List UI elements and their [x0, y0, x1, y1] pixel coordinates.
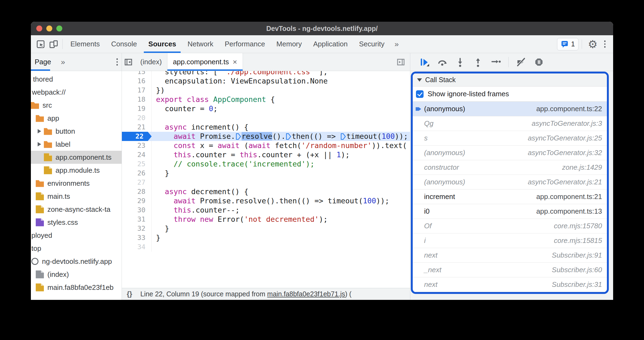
tree-item-label: top [31, 244, 41, 253]
panel-tab-console[interactable]: Console [105, 35, 142, 53]
line-number-gutter[interactable]: 34 [122, 242, 152, 252]
pretty-print-icon[interactable]: {} [127, 290, 132, 298]
navigator-more-tabs-chevron[interactable]: » [57, 53, 70, 71]
navigator-tab-page[interactable]: Page [31, 53, 57, 71]
tree-item-main-fa8bfa0e23f1eb[interactable]: main.fa8bfa0e23f1eb [31, 281, 122, 294]
line-number-gutter[interactable]: 19 [122, 104, 152, 113]
stack-frame-qg-1[interactable]: QgasyncToGenerator.js:3 [413, 116, 607, 131]
frame-function-name: next [424, 280, 437, 289]
settings-gear-icon[interactable]: ⚙ [585, 39, 600, 50]
line-number-gutter[interactable]: 32 [122, 224, 152, 233]
stack-frame-anonymous-0[interactable]: (anonymous)app.component.ts:22 [413, 102, 607, 116]
line-number-gutter[interactable]: 17 [122, 86, 152, 95]
tree-item-main-ts[interactable]: main.ts [31, 190, 122, 203]
line-number-gutter[interactable]: 30 [122, 206, 152, 215]
async-hop-icon[interactable] [236, 133, 241, 140]
ignore-listed-checkbox[interactable] [416, 90, 424, 98]
line-number-gutter[interactable]: 23 [122, 141, 152, 150]
line-number-gutter[interactable]: 31 [122, 215, 152, 224]
async-hop-icon[interactable] [286, 133, 291, 140]
expander-icon[interactable] [38, 129, 41, 133]
tree-item-top[interactable]: top [31, 242, 122, 255]
console-messages-button[interactable]: 1 [557, 38, 578, 50]
code-text: export class AppComponent { [152, 95, 410, 104]
tree-item-label[interactable]: label [31, 138, 122, 151]
panel-tabs: ElementsConsoleSourcesNetworkPerformance… [65, 35, 390, 53]
line-number-gutter[interactable]: 33 [122, 233, 152, 242]
panel-tab-application[interactable]: Application [308, 35, 353, 53]
stack-frame-increment-6[interactable]: incrementapp.component.ts:21 [413, 190, 607, 204]
stack-frame-next-12[interactable]: nextSubscriber.js:31 [413, 277, 607, 292]
stack-frame-s-2[interactable]: sasyncToGenerator.js:25 [413, 131, 607, 146]
stack-frame-constructor-4[interactable]: constructorzone.js:1429 [413, 160, 607, 175]
stack-frame-next-10[interactable]: nextSubscriber.js:91 [413, 248, 607, 263]
line-number-gutter[interactable]: 18 [122, 95, 152, 104]
call-stack-header[interactable]: Call Stack [413, 73, 607, 86]
close-tab-icon[interactable]: × [233, 58, 237, 66]
file-icon [44, 166, 52, 174]
line-number-gutter[interactable]: 16 [122, 76, 152, 86]
stack-frame-i0-7[interactable]: i0app.component.ts:13 [413, 204, 607, 219]
panel-tab-sources[interactable]: Sources [143, 35, 182, 53]
more-panels-chevron[interactable]: » [390, 35, 403, 53]
line-number-gutter[interactable]: 21 [122, 123, 152, 132]
execution-line-number-badge[interactable]: 22 [122, 132, 152, 141]
stack-frame-i-9[interactable]: icore.mjs:15815 [413, 233, 607, 248]
line-number-gutter[interactable]: 28 [122, 187, 152, 196]
editor-tab-app-component-ts[interactable]: app.component.ts× [167, 53, 243, 71]
stack-frame-of-8[interactable]: Ofcore.mjs:15780 [413, 219, 607, 233]
show-ignore-listed-frames-row[interactable]: Show ignore-listed frames [413, 86, 607, 102]
panel-tab-memory[interactable]: Memory [271, 35, 308, 53]
step-over-button[interactable] [435, 55, 449, 69]
line-number-gutter[interactable]: 27 [122, 178, 152, 187]
line-number-gutter[interactable]: 24 [122, 150, 152, 159]
tree-item-styles-css[interactable]: styles.css [31, 216, 122, 229]
panel-tab-security[interactable]: Security [353, 35, 390, 53]
line-number-gutter[interactable]: 15 [122, 71, 152, 76]
step-button[interactable] [489, 55, 503, 69]
line-number-gutter[interactable]: 25 [122, 159, 152, 169]
editor-tab-label: (index) [140, 58, 162, 66]
resume-script-button[interactable] [417, 55, 431, 69]
step-out-button[interactable] [471, 55, 485, 69]
tree-item-app-component-ts[interactable]: app.component.ts [31, 151, 122, 164]
code-text: this.counter--; [152, 206, 410, 215]
tree-item-app-module-ts[interactable]: app.module.ts [31, 164, 122, 177]
tree-item-src[interactable]: src [31, 99, 122, 112]
panel-tab-network[interactable]: Network [182, 35, 219, 53]
frame-function-name: Qg [424, 119, 434, 128]
tree-item-index[interactable]: (index) [31, 268, 122, 281]
tree-item-app[interactable]: app [31, 112, 122, 125]
show-debugger-sidebar-icon[interactable] [394, 53, 407, 71]
tree-item-environments[interactable]: environments [31, 177, 122, 190]
hide-navigator-icon[interactable] [122, 53, 135, 71]
stack-frame-next-11[interactable]: _nextSubscriber.js:60 [413, 263, 607, 277]
async-hop-icon[interactable] [341, 133, 346, 140]
pause-on-exceptions-button[interactable] [532, 55, 546, 69]
tree-item-button[interactable]: button [31, 125, 122, 138]
line-number-gutter[interactable]: 20 [122, 113, 152, 123]
tree-item-webpack[interactable]: webpack:// [31, 86, 122, 99]
stack-frame-anonymous-3[interactable]: (anonymous)asyncToGenerator.js:32 [413, 146, 607, 160]
tree-item-label: src [43, 101, 52, 110]
inspect-element-icon[interactable] [34, 35, 47, 53]
tree-item-ng-devtools-netlify-app[interactable]: ng-devtools.netlify.app [31, 255, 122, 268]
deactivate-breakpoints-button[interactable] [514, 55, 528, 69]
window-title: DevTools - ng-devtools.netlify.app/ [31, 25, 613, 33]
device-toolbar-icon[interactable] [47, 35, 60, 53]
line-number-gutter[interactable]: 26 [122, 169, 152, 178]
stack-frame-anonymous-5[interactable]: (anonymous)asyncToGenerator.js:21 [413, 175, 607, 190]
source-map-link[interactable]: main.fa8bfa0e23f1eb71.js [267, 290, 345, 298]
tree-item-thored[interactable]: thored [31, 73, 122, 86]
code-line: 32 } [122, 224, 410, 233]
expander-icon[interactable] [38, 142, 41, 146]
devtools-menu-icon[interactable] [600, 40, 610, 48]
navigator-menu-icon[interactable] [113, 58, 122, 66]
tree-item-ployed[interactable]: ployed [31, 229, 122, 242]
line-number-gutter[interactable]: 29 [122, 196, 152, 206]
panel-tab-performance[interactable]: Performance [219, 35, 271, 53]
editor-tab-index[interactable]: (index) [135, 53, 167, 71]
tree-item-zone-async-stack-ta[interactable]: zone-async-stack-ta [31, 203, 122, 216]
panel-tab-elements[interactable]: Elements [65, 35, 105, 53]
step-into-button[interactable] [453, 55, 467, 69]
